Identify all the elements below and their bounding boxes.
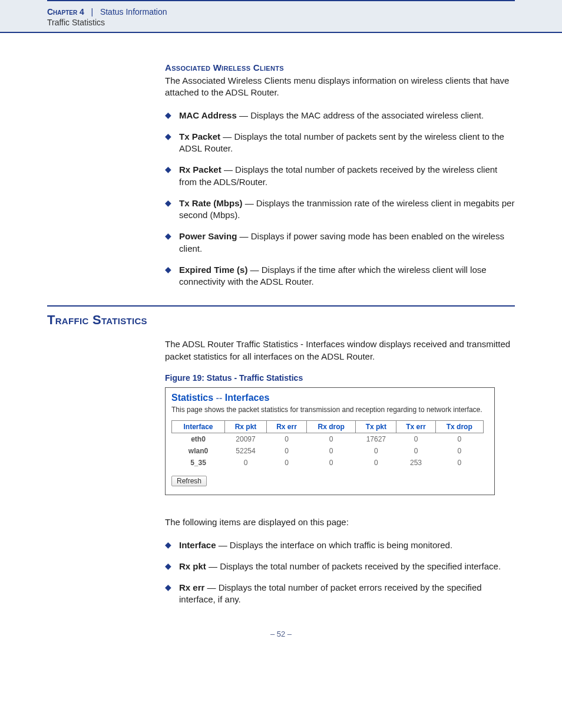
list-item: Power Saving — Displays if power saving … [179, 230, 515, 255]
stats-col-header: Tx err [396, 421, 435, 433]
stats-col-header: Interface [172, 421, 225, 433]
table-cell: 0 [307, 457, 356, 469]
table-cell: 0 [266, 457, 306, 469]
chapter-label: Chapter 4 [47, 7, 84, 17]
post-figure-intro: The following items are displayed on thi… [165, 516, 515, 528]
table-cell: wlan0 [172, 445, 225, 457]
table-cell: 20097 [225, 433, 267, 446]
table-cell: 0 [356, 445, 396, 457]
subsection-heading-awc: Associated Wireless Clients [165, 62, 515, 73]
table-cell: 0 [266, 445, 306, 457]
awc-field-list: MAC Address — Displays the MAC address o… [165, 110, 515, 288]
list-item: MAC Address — Displays the MAC address o… [179, 110, 515, 121]
list-item: Rx Packet — Displays the total number of… [179, 164, 515, 188]
list-item: Rx err — Displays the total number of pa… [179, 582, 515, 606]
figure-screenshot: Statistics -- Interfaces This page shows… [165, 387, 495, 496]
table-cell: 17627 [356, 433, 396, 446]
stats-col-header: Tx drop [435, 421, 483, 433]
stats-col-header: Rx pkt [225, 421, 267, 433]
table-row: eth020097001762700 [172, 433, 484, 446]
list-item: Tx Packet — Displays the total number of… [179, 131, 515, 155]
refresh-button[interactable]: Refresh [171, 476, 207, 486]
table-cell: 52254 [225, 445, 267, 457]
table-cell: 0 [396, 445, 435, 457]
stats-col-header: Rx drop [307, 421, 356, 433]
table-cell: 0 [435, 445, 483, 457]
screenshot-title: Statistics -- Interfaces [171, 393, 488, 403]
screenshot-description: This page shows the packet statistics fo… [171, 406, 488, 415]
page-number: – 52 – [47, 630, 515, 638]
table-cell: 0 [225, 457, 267, 469]
stats-col-header: Tx pkt [356, 421, 396, 433]
section-heading-traffic: Traffic Statistics [47, 312, 515, 328]
traffic-field-list: Interface — Displays the interface on wh… [165, 539, 515, 606]
list-item: Expired Time (s) — Displays if the time … [179, 264, 515, 288]
table-cell: 0 [266, 433, 306, 446]
table-cell: eth0 [172, 433, 225, 446]
chapter-title: Status Information [100, 7, 167, 17]
page-header: Chapter 4 | Status Information Traffic S… [0, 0, 562, 33]
list-item: Tx Rate (Mbps) — Displays the tranmissio… [179, 197, 515, 222]
table-cell: 0 [356, 457, 396, 469]
stats-header-row: InterfaceRx pktRx errRx dropTx pktTx err… [172, 421, 484, 433]
table-cell: 0 [307, 433, 356, 446]
table-cell: 5_35 [172, 457, 225, 469]
table-cell: 0 [435, 457, 483, 469]
stats-col-header: Rx err [266, 421, 306, 433]
table-row: 5_3500002530 [172, 457, 484, 469]
header-separator: | [87, 7, 98, 17]
table-cell: 253 [396, 457, 435, 469]
table-cell: 0 [307, 445, 356, 457]
list-item: Rx pkt — Displays the total number of pa… [179, 561, 515, 572]
section-intro-traffic: The ADSL Router Traffic Statistics - Int… [165, 338, 515, 363]
section-divider [47, 305, 515, 307]
table-cell: 0 [396, 433, 435, 446]
table-row: wlan05225400000 [172, 445, 484, 457]
list-item: Interface — Displays the interface on wh… [179, 539, 515, 551]
figure-caption: Figure 19: Status - Traffic Statistics [165, 373, 515, 383]
stats-table: InterfaceRx pktRx errRx dropTx pktTx err… [171, 420, 484, 469]
header-subline: Traffic Statistics [47, 18, 515, 27]
subsection-intro-awc: The Associated Wireless Clients menu dis… [165, 75, 515, 99]
table-cell: 0 [435, 433, 483, 446]
